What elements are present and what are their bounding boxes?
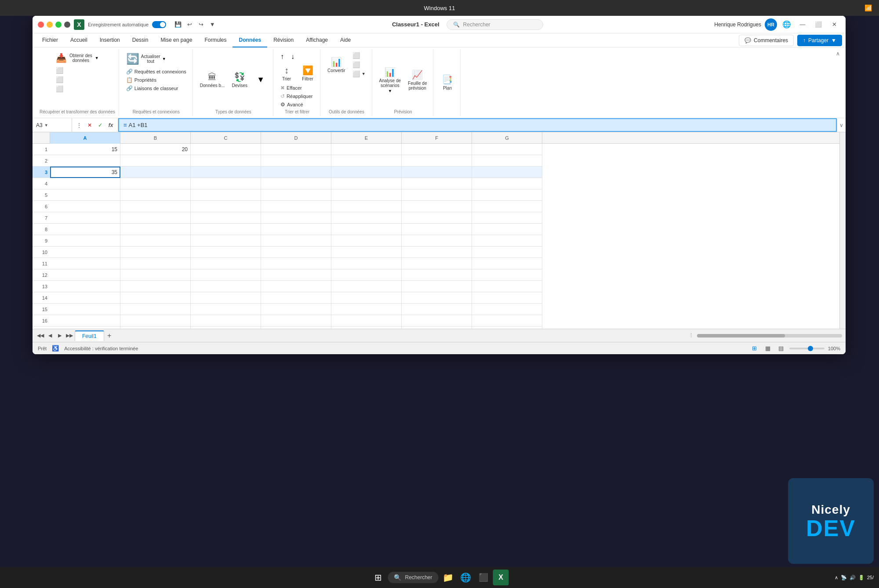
cell-g14[interactable]	[472, 292, 542, 304]
title-search-box[interactable]: 🔍 Rechercher	[447, 19, 543, 30]
cell-g2[interactable]	[472, 155, 542, 167]
row-header-12[interactable]: 12	[33, 269, 50, 281]
cell-e1[interactable]	[331, 144, 402, 155]
cell-g9[interactable]	[472, 235, 542, 247]
tab-donnees[interactable]: Données	[232, 33, 267, 47]
tab-aide[interactable]: Aide	[334, 33, 357, 47]
cell-d6[interactable]	[261, 201, 331, 212]
cell-g16[interactable]	[472, 315, 542, 327]
filtrer-button[interactable]: 🔽 Filtrer	[299, 63, 316, 83]
formula-fx-icon[interactable]: fx	[106, 121, 115, 130]
cell-f11[interactable]	[402, 258, 472, 269]
cell-g4[interactable]	[472, 178, 542, 189]
cell-c17[interactable]	[191, 327, 261, 329]
cell-c2[interactable]	[191, 155, 261, 167]
cell-e4[interactable]	[331, 178, 402, 189]
cell-b11[interactable]	[120, 258, 191, 269]
globe-button[interactable]: 🌐	[781, 18, 793, 31]
cell-b2[interactable]	[120, 155, 191, 167]
feuille-prevision-button[interactable]: 📈 Feuille deprévision	[405, 68, 429, 92]
cell-c10[interactable]	[191, 247, 261, 258]
taskbar-search[interactable]: 🔍 Rechercher	[388, 572, 438, 583]
formula-expand-icon[interactable]: ⋮	[75, 121, 84, 130]
cell-d9[interactable]	[261, 235, 331, 247]
cell-a17[interactable]	[50, 327, 120, 329]
cell-a13[interactable]	[50, 281, 120, 292]
formula-confirm-icon[interactable]: ✓	[96, 121, 105, 130]
cell-b7[interactable]	[120, 212, 191, 224]
cell-a5[interactable]	[50, 189, 120, 201]
effacer-btn[interactable]: ✖ Effacer	[278, 84, 315, 92]
row-header-2[interactable]: 2	[33, 155, 50, 167]
cell-e2[interactable]	[331, 155, 402, 167]
share-button[interactable]: ↑ Partager ▼	[797, 35, 842, 46]
sort-za-button[interactable]: ↓	[288, 51, 297, 62]
cell-a7[interactable]	[50, 212, 120, 224]
cell-d1[interactable]	[261, 144, 331, 155]
cell-g12[interactable]	[472, 269, 542, 281]
cell-f4[interactable]	[402, 178, 472, 189]
taskbar-excel[interactable]: X	[493, 570, 509, 585]
close-button[interactable]: ✕	[828, 18, 840, 31]
cell-a16[interactable]	[50, 315, 120, 327]
cell-e11[interactable]	[331, 258, 402, 269]
cell-a10[interactable]	[50, 247, 120, 258]
tab-dessin[interactable]: Dessin	[126, 33, 155, 47]
cell-b3[interactable]	[120, 167, 191, 178]
cell-c5[interactable]	[191, 189, 261, 201]
tab-formules[interactable]: Formules	[198, 33, 232, 47]
cell-f5[interactable]	[402, 189, 472, 201]
cell-f13[interactable]	[402, 281, 472, 292]
donnees-b-button[interactable]: 🏛 Données b...	[197, 70, 228, 90]
cell-e14[interactable]	[331, 292, 402, 304]
cell-e17[interactable]	[331, 327, 402, 329]
cell-g11[interactable]	[472, 258, 542, 269]
cell-a6[interactable]	[50, 201, 120, 212]
cell-d13[interactable]	[261, 281, 331, 292]
cell-b6[interactable]	[120, 201, 191, 212]
cell-a2[interactable]	[50, 155, 120, 167]
row-header-7[interactable]: 7	[33, 212, 50, 224]
cell-e7[interactable]	[331, 212, 402, 224]
cell-a9[interactable]	[50, 235, 120, 247]
liaisons-btn[interactable]: 🔗 Liaisons de classeur	[123, 84, 189, 92]
cell-d8[interactable]	[261, 224, 331, 235]
col-header-f[interactable]: F	[402, 132, 472, 144]
col-header-d[interactable]: D	[261, 132, 331, 144]
corner-cell[interactable]	[33, 132, 50, 144]
tab-fichier[interactable]: Fichier	[36, 33, 64, 47]
cell-d5[interactable]	[261, 189, 331, 201]
undo-button[interactable]: ↩	[185, 20, 194, 29]
cell-d12[interactable]	[261, 269, 331, 281]
tab-insertion[interactable]: Insertion	[94, 33, 126, 47]
cell-f3[interactable]	[402, 167, 472, 178]
cell-a11[interactable]	[50, 258, 120, 269]
customize-button[interactable]: ▼	[207, 20, 217, 29]
cell-f12[interactable]	[402, 269, 472, 281]
sheet-nav-last[interactable]: ▶▶	[65, 331, 74, 340]
cell-f17[interactable]	[402, 327, 472, 329]
minimize-traffic-light[interactable]	[47, 22, 53, 28]
cell-c7[interactable]	[191, 212, 261, 224]
cell-f9[interactable]	[402, 235, 472, 247]
row-header-13[interactable]: 13	[33, 281, 50, 292]
cell-e16[interactable]	[331, 315, 402, 327]
cell-a4[interactable]	[50, 178, 120, 189]
cell-d16[interactable]	[261, 315, 331, 327]
analyse-scenarios-button[interactable]: 📊 Analyse descénarios ▼	[377, 65, 403, 95]
cell-f2[interactable]	[402, 155, 472, 167]
cell-b12[interactable]	[120, 269, 191, 281]
cell-b15[interactable]	[120, 304, 191, 315]
tab-affichage[interactable]: Affichage	[300, 33, 334, 47]
cell-d17[interactable]	[261, 327, 331, 329]
row-header-9[interactable]: 9	[33, 235, 50, 247]
save-button[interactable]: 💾	[173, 20, 183, 29]
row-header-4[interactable]: 4	[33, 178, 50, 189]
cell-d11[interactable]	[261, 258, 331, 269]
row-header-1[interactable]: 1	[33, 144, 50, 155]
col-header-e[interactable]: E	[331, 132, 402, 144]
cell-a3[interactable]: 35	[50, 167, 120, 178]
outils-btn-3[interactable]: ⬜▼	[350, 69, 368, 78]
cell-b16[interactable]	[120, 315, 191, 327]
col-header-g[interactable]: G	[472, 132, 542, 144]
